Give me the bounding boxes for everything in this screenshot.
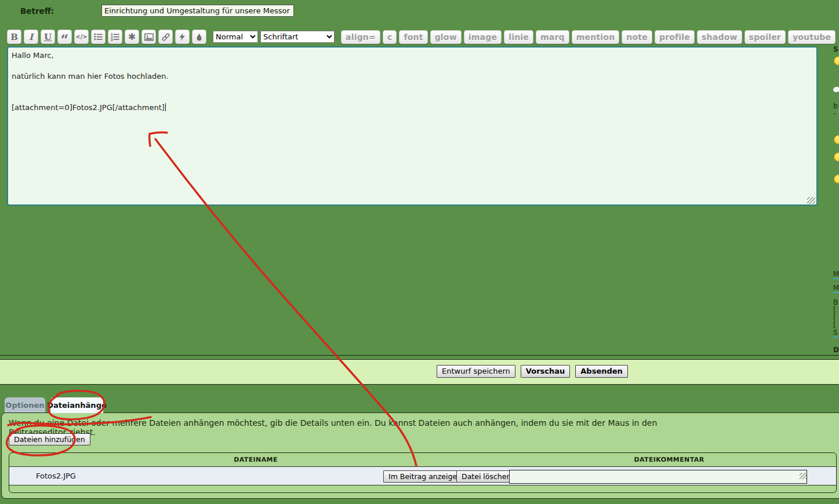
attachments-table-header: DATEINAME DATEIKOMMENTAR [9, 453, 836, 466]
bbcode-image-button[interactable]: image [464, 30, 502, 44]
file-comment-input[interactable] [509, 470, 807, 484]
editor-toolbar: B I U “ </> 123 ✱ Normal Schriftart alig… [7, 30, 836, 44]
submit-button[interactable]: Absenden [575, 365, 628, 378]
bbcode-note-button[interactable]: note [622, 30, 652, 44]
bbcode-spoiler-button[interactable]: spoiler [744, 30, 786, 44]
editor-line: Hallo Marc, [12, 50, 813, 61]
tab-dateianhaenge[interactable]: Dateianhänge [50, 397, 103, 413]
editor-resize-handle[interactable] [807, 197, 815, 204]
svg-text:3: 3 [111, 38, 113, 42]
bbcode-mention-button[interactable]: mention [572, 30, 620, 44]
add-files-button[interactable]: Dateien hinzufügen [9, 433, 90, 445]
editor-line [12, 82, 813, 92]
ordered-list-icon[interactable]: 123 [108, 30, 122, 44]
delete-file-button[interactable]: Datei löschen [456, 470, 516, 483]
bold-icon[interactable]: B [7, 30, 21, 44]
sidebar-link-fragment[interactable]: M [833, 270, 839, 279]
editor-line: natürlich kann man hier Fotos hochladen. [12, 71, 813, 82]
tab-optionen[interactable]: Optionen [5, 397, 45, 412]
bbcode-align-button[interactable]: align= [341, 30, 380, 44]
sidebar-fragment: [ [833, 321, 836, 329]
preview-button[interactable]: Vorschau [521, 365, 570, 378]
subject-input[interactable] [101, 5, 294, 17]
attachments-table: DATEINAME DATEIKOMMENTAR Fotos2.JPG Im B… [9, 452, 837, 493]
attachment-row: Fotos2.JPG Im Beitrag anzeigen Datei lös… [9, 466, 836, 485]
subject-label: Betreff: [20, 6, 54, 16]
link-icon[interactable] [158, 30, 173, 44]
text-caret [165, 103, 166, 111]
sidebar-link-fragment[interactable]: M [833, 284, 839, 293]
editor-line [12, 92, 813, 103]
save-draft-button[interactable]: Entwurf speichern [437, 365, 515, 378]
action-bar: Entwurf speichern Vorschau Absenden [0, 359, 839, 385]
attachments-info-text: Wenn du eine Datei oder mehrere Dateien … [9, 418, 658, 437]
editor-line [12, 61, 813, 71]
bbcode-shadow-button[interactable]: shadow [697, 30, 742, 44]
sidebar-fragment: [ [833, 313, 836, 322]
underline-icon[interactable]: U [41, 30, 55, 44]
bbcode-c-button[interactable]: c [383, 30, 397, 44]
attachments-panel: Wenn du eine Datei oder mehrere Dateien … [1, 412, 839, 499]
sidebar-fragment: B [833, 298, 838, 306]
format-dropdown[interactable]: Normal [213, 31, 258, 43]
smiley-icon[interactable] [834, 56, 839, 65]
sidebar-fragment: b [833, 102, 838, 110]
bbcode-profile-button[interactable]: profile [655, 30, 695, 44]
divider-line [0, 355, 839, 356]
color-droplet-icon[interactable] [192, 30, 206, 44]
attachment-filename: Fotos2.JPG [36, 472, 76, 480]
clipped-icon[interactable] [833, 87, 839, 92]
special-character-icon[interactable]: ✱ [125, 30, 139, 44]
comment-column-header: DATEIKOMMENTAR [502, 456, 836, 463]
sidebar-fragment: - [833, 109, 836, 118]
code-icon[interactable]: </> [74, 30, 89, 44]
sidebar-fragment: S [833, 45, 838, 53]
sidebar-fragment: D [833, 346, 839, 354]
bbcode-linie-button[interactable]: linie [504, 30, 533, 44]
font-dropdown[interactable]: Schriftart [260, 31, 335, 43]
comment-resize-handle[interactable] [800, 473, 807, 479]
bbcode-marq-button[interactable]: marq [536, 30, 569, 44]
show-in-post-button[interactable]: Im Beitrag anzeigen [383, 470, 467, 483]
quote-icon[interactable]: “ [57, 30, 72, 44]
sidebar-link-fragment[interactable]: S [833, 328, 838, 338]
smiley-icon[interactable] [834, 152, 839, 162]
image-icon[interactable] [141, 30, 156, 44]
post-editor-textarea[interactable]: Hallo Marc, natürlich kann man hier Foto… [7, 46, 818, 206]
bbcode-glow-button[interactable]: glow [430, 30, 462, 44]
bbcode-font-button[interactable]: font [399, 30, 427, 44]
filename-column-header: DATEINAME [9, 456, 502, 463]
sidebar-fragment: [ [833, 306, 836, 314]
smiley-icon[interactable] [834, 174, 839, 184]
italic-icon[interactable]: I [24, 30, 38, 44]
lightning-icon[interactable] [175, 30, 190, 44]
bbcode-youtube-button[interactable]: youtube [788, 30, 836, 44]
smiley-icon[interactable] [834, 135, 839, 144]
unordered-list-icon[interactable] [91, 30, 106, 44]
editor-line: [attachment=0]Fotos2.JPG[/attachment] [12, 103, 813, 113]
